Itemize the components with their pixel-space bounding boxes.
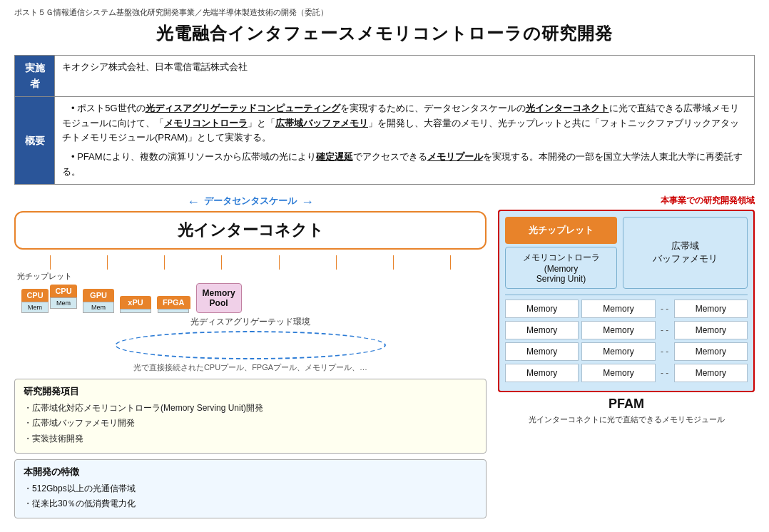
optical-interconnect-label: 光インターコネクト xyxy=(178,221,324,239)
memory-cell-1-2: Memory xyxy=(581,300,655,318)
memory-row-3: Memory Memory - - Memory xyxy=(505,342,748,361)
implementer-label: 実施者 xyxy=(15,56,55,97)
research-items-title: 研究開発項目 xyxy=(24,385,477,398)
memory-cell-2-1: Memory xyxy=(505,321,579,339)
research-item-2: ・広帯域バッファメモリ開発 xyxy=(24,416,477,431)
pfam-sublabel: 光インターコネクトに光で直結できるメモリモジュール xyxy=(498,414,755,425)
memory-cell-1-3: Memory xyxy=(674,300,748,318)
overview-content: • ポスト5G世代の光ディスアグリゲーテッドコンピューティングを実現するために、… xyxy=(55,96,755,184)
vline-7 xyxy=(393,255,394,270)
vline-2 xyxy=(107,255,108,270)
dots-4: - - xyxy=(658,368,671,378)
memory-cell-3-1: Memory xyxy=(505,342,579,361)
dots-1: - - xyxy=(658,304,671,314)
research-item-1: ・広帯域化対応メモリコントローラ(Memory Serving Unit)開発 xyxy=(24,401,477,416)
vline-4 xyxy=(221,255,222,270)
arrow-right-icon: → xyxy=(301,195,314,210)
gpu-node: GPU Mem xyxy=(83,289,114,313)
memory-pool-node: MemoryPool xyxy=(196,283,242,313)
info-table: 実施者 キオクシア株式会社、日本電信電話株式会社 概要 • ポスト5G世代の光デ… xyxy=(14,55,755,185)
memory-pool-box: MemoryPool xyxy=(196,283,242,313)
vline-3 xyxy=(164,255,165,270)
direct-connect-label: 光で直接接続されたCPUプール、FPGAプール、メモリプール、… xyxy=(14,362,487,373)
dots-3: - - xyxy=(658,347,671,357)
main-title: 光電融合インタフェースメモリコントローラの研究開発 xyxy=(14,22,755,45)
memory-grid: Memory Memory - - Memory Memory Memory -… xyxy=(505,295,748,382)
memory-ctrl-box: メモリコントローラ(MemoryServing Unit) xyxy=(505,247,617,289)
memory-cell-3-2: Memory xyxy=(581,342,655,361)
memory-cell-4-3: Memory xyxy=(674,364,748,382)
fpga-node: FPGA xyxy=(157,296,190,313)
pfam-label: PFAM xyxy=(498,397,755,411)
research-domain-label: 本事業での研究開発領域 xyxy=(498,195,755,207)
memory-row-4: Memory Memory - - Memory xyxy=(505,364,748,382)
memory-cell-2-2: Memory xyxy=(581,321,655,339)
memory-row-2: Memory Memory - - Memory xyxy=(505,321,748,339)
memory-cell-1-1: Memory xyxy=(505,300,579,318)
vline-6 xyxy=(336,255,337,270)
top-chips-row: 光チップレット メモリコントローラ(MemoryServing Unit) 広帯… xyxy=(505,217,748,289)
hikari-chiplet-box: 光チップレット xyxy=(505,217,617,244)
ellipse-shape xyxy=(115,331,386,359)
vline-5 xyxy=(279,255,280,270)
diagram-area: ← データセンタスケール → 光インターコネクト 光チップレット xyxy=(14,195,755,518)
wide-buffer-box: 広帯域バッファメモリ xyxy=(623,217,748,289)
pfam-outer-box: 光チップレット メモリコントローラ(MemoryServing Unit) 広帯… xyxy=(498,210,755,392)
research-items-box: 研究開発項目 ・広帯域化対応メモリコントローラ(Memory Serving U… xyxy=(14,379,487,454)
vline-8 xyxy=(450,255,451,270)
overview-bullet-2: • PFAMにより、複数の演算リソースから広帯域の光により確定遅延でアクセスでき… xyxy=(62,150,747,180)
memory-cell-2-3: Memory xyxy=(674,321,748,339)
overview-bullet-1: • ポスト5G世代の光ディスアグリゲーテッドコンピューティングを実現するために、… xyxy=(62,101,747,145)
compute-nodes: CPU Mem CPU Mem GPU Mem xPU xyxy=(14,283,487,313)
chiplet-label-row: 光チップレット xyxy=(14,271,487,282)
memory-cell-3-3: Memory xyxy=(674,342,748,361)
feature-item-2: ・従来比30％の低消費電力化 xyxy=(24,496,477,512)
dots-2: - - xyxy=(658,325,671,335)
cpu-node-back2: CPU Mem xyxy=(21,289,49,313)
vertical-lines xyxy=(14,255,487,270)
datacenter-scale-label: データセンタスケール xyxy=(204,195,297,208)
top-label: ポスト５Ｇ情報通信システム基盤強化研究開発事業／先端半導体製造技術の開発（委託） xyxy=(14,7,755,18)
feature-box: 本開発の特徴 ・512Gbps以上の光通信帯域 ・従来比30％の低消費電力化 xyxy=(14,459,487,518)
feature-item-1: ・512Gbps以上の光通信帯域 xyxy=(24,481,477,497)
implementer-value: キオクシア株式会社、日本電信電話株式会社 xyxy=(55,56,755,97)
memory-cell-4-1: Memory xyxy=(505,364,579,382)
chiplet-label-text: 光チップレット xyxy=(17,271,72,282)
overview-label: 概要 xyxy=(15,96,55,184)
feature-title: 本開発の特徴 xyxy=(24,466,477,479)
vline-1 xyxy=(50,255,51,270)
memory-row-1: Memory Memory - - Memory xyxy=(505,300,748,318)
disagg-label: 光ディスアグリゲーテッド環境 xyxy=(14,316,487,328)
xpu-node: xPU xyxy=(120,296,151,313)
cpu-node-front: CPU Mem xyxy=(50,285,77,313)
ellipse-container xyxy=(14,331,487,359)
right-diagram: 本事業での研究開発領域 光チップレット メモリコントローラ(MemoryServ… xyxy=(498,195,755,425)
research-item-3: ・実装技術開発 xyxy=(24,431,477,447)
arrow-left-icon: ← xyxy=(187,195,200,210)
memory-cell-4-2: Memory xyxy=(581,364,655,382)
optical-interconnect-box: 光インターコネクト xyxy=(14,211,487,250)
left-diagram: ← データセンタスケール → 光インターコネクト 光チップレット xyxy=(14,195,487,518)
cpu-node-group: CPU Mem CPU Mem xyxy=(17,285,77,313)
